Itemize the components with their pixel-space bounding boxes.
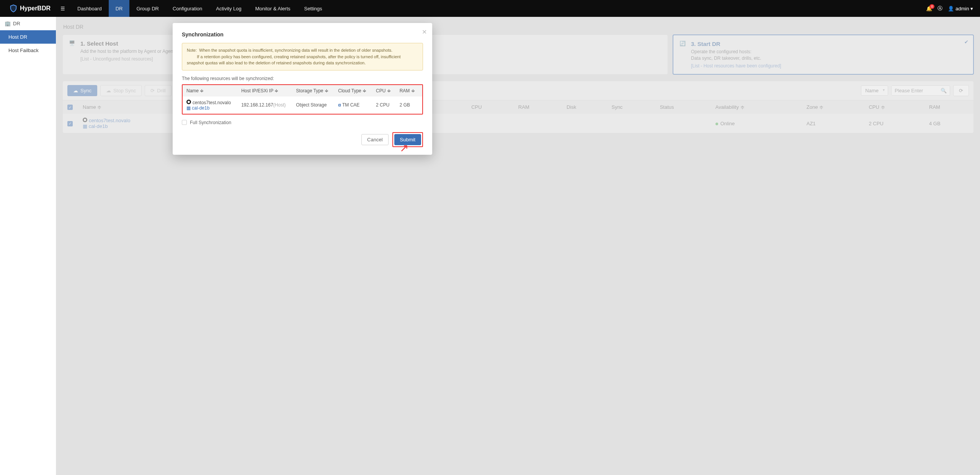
main-nav: Dashboard DR Group DR Configuration Acti… bbox=[70, 0, 329, 17]
lang-icon[interactable]: Ⓐ bbox=[938, 5, 942, 12]
alert-count: 0 bbox=[929, 4, 934, 9]
nav-dashboard[interactable]: Dashboard bbox=[70, 0, 109, 17]
sidebar-item-host-dr[interactable]: Host DR bbox=[0, 30, 56, 44]
brand-text: HyperBDR bbox=[20, 5, 51, 12]
menu-toggle[interactable]: ☰ bbox=[55, 6, 70, 11]
bell-icon[interactable]: 🔔0 bbox=[926, 6, 932, 11]
sidebar-section-dr: 🏢 DR bbox=[0, 17, 56, 30]
modal-note: Note:When the snapshot quota is insuffic… bbox=[182, 43, 423, 70]
modal-resource-table: Name ≑Host IP/ESXi IP ≑ Storage Type ≑Cl… bbox=[182, 84, 423, 115]
modal-subtitle: The following resources will be synchron… bbox=[182, 76, 423, 81]
close-icon[interactable]: ✕ bbox=[422, 28, 427, 36]
submit-button[interactable]: Submit bbox=[394, 134, 421, 145]
nav-group-dr[interactable]: Group DR bbox=[129, 0, 166, 17]
nav-monitor-alerts[interactable]: Monitor & Alerts bbox=[248, 0, 297, 17]
linux-icon bbox=[186, 100, 191, 104]
nav-settings[interactable]: Settings bbox=[297, 0, 329, 17]
modal-row: centos7test.novalo ▦ cal-de1b 192.168.12… bbox=[183, 97, 423, 114]
nav-activity-log[interactable]: Activity Log bbox=[209, 0, 248, 17]
full-sync-option[interactable]: Full Synchronization bbox=[182, 120, 423, 125]
synchronization-modal: Synchronization ✕ Note:When the snapshot… bbox=[173, 23, 432, 155]
nav-dr[interactable]: DR bbox=[109, 0, 130, 17]
user-menu[interactable]: 👤 admin ▾ bbox=[948, 6, 973, 11]
modal-title: Synchronization bbox=[182, 31, 423, 38]
top-header: HyperBDR ☰ Dashboard DR Group DR Configu… bbox=[0, 0, 980, 17]
modal-sub-link[interactable]: cal-de1b bbox=[192, 105, 209, 111]
nav-configuration[interactable]: Configuration bbox=[166, 0, 209, 17]
cancel-button[interactable]: Cancel bbox=[361, 134, 388, 145]
sidebar: 🏢 DR Host DR Host Failback bbox=[0, 17, 56, 475]
sidebar-item-host-failback[interactable]: Host Failback bbox=[0, 44, 56, 57]
full-sync-checkbox[interactable] bbox=[182, 120, 187, 125]
brand-logo: HyperBDR bbox=[5, 4, 55, 13]
